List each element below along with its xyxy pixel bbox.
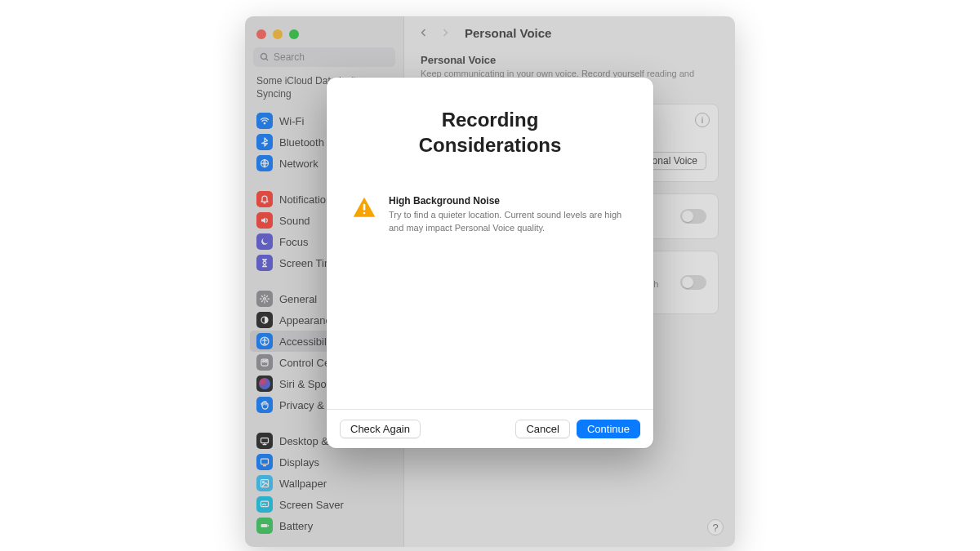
chevron-right-icon [440,28,450,38]
svg-rect-18 [363,204,366,211]
sidebar-item-label: General [279,293,317,305]
sidebar-item-label: Wallpaper [279,478,327,490]
controlcenter-icon [256,354,273,371]
titlebar: Personal Voice [404,16,735,49]
forward-button[interactable] [437,24,453,41]
wallpaper-icon [256,475,273,491]
window-controls [245,24,403,47]
battery-icon [256,518,273,534]
check-again-button[interactable]: Check Again [340,420,421,438]
svg-line-1 [266,59,269,61]
accessibility-icon [256,333,273,349]
svg-point-14 [263,482,265,483]
page-title: Personal Voice [465,26,551,40]
close-icon[interactable] [256,29,266,39]
svg-rect-17 [268,525,269,527]
wifi-icon [256,113,273,129]
section-title: Personal Voice [421,54,719,66]
sidebar-item-battery[interactable]: Battery [250,515,399,536]
warning-icon [351,195,377,221]
svg-point-7 [264,339,265,340]
svg-point-0 [261,54,267,60]
dialog-footer: Check Again Cancel Continue [327,409,653,448]
desktop-icon [256,433,273,449]
search-placeholder: Search [274,51,305,63]
recording-considerations-dialog: Recording Considerations High Background… [327,78,653,448]
sidebar-item-label: Screen Saver [279,499,344,511]
svg-point-2 [264,122,265,124]
continue-button[interactable]: Continue [577,420,640,438]
svg-rect-12 [261,459,269,464]
sidebar-item-label: Focus [279,236,308,248]
sidebar-item-label: Displays [279,456,319,469]
minimize-icon[interactable] [273,29,283,39]
allow-apps-toggle[interactable] [680,275,706,290]
siri-icon [256,375,273,392]
warning-description: Try to find a quieter location. Current … [389,209,629,234]
search-input[interactable]: Search [253,47,395,67]
network-icon [256,155,273,171]
bluetooth-icon [256,134,273,150]
warning-title: High Background Noise [389,195,629,207]
dialog-title: Recording Considerations [351,107,629,158]
svg-rect-11 [261,438,269,443]
svg-rect-10 [265,361,268,362]
privacy-icon [256,397,273,413]
notifications-icon [256,191,273,207]
chevron-left-icon [419,28,429,38]
sound-icon [256,212,273,229]
displays-icon [256,454,273,470]
sidebar-item-label: Network [279,158,318,170]
help-button[interactable]: ? [707,519,724,535]
appearance-icon [256,312,273,328]
svg-point-9 [263,361,265,362]
svg-point-4 [264,298,266,300]
sidebar-item-label: Battery [279,520,313,532]
screentime-icon [256,255,273,271]
sidebar-item-displays[interactable]: Displays [250,451,399,473]
info-icon[interactable]: i [695,113,710,127]
screensaver-icon [256,496,273,513]
sidebar-item-screensaver[interactable]: Screen Saver [250,494,399,515]
share-toggle[interactable] [680,209,706,224]
sidebar-item-label: Sound [279,215,310,227]
sidebar-item-wallpaper[interactable]: Wallpaper [250,473,399,494]
general-icon [256,291,273,307]
zoom-icon[interactable] [289,29,299,39]
sidebar-item-label: Bluetooth [279,136,324,149]
back-button[interactable] [416,24,432,41]
cancel-button[interactable]: Cancel [515,420,569,438]
search-icon [260,52,270,62]
focus-icon [256,233,273,250]
svg-rect-19 [363,212,366,215]
svg-rect-13 [261,480,269,487]
sidebar-item-label: Wi-Fi [279,115,304,127]
svg-rect-16 [261,524,268,527]
